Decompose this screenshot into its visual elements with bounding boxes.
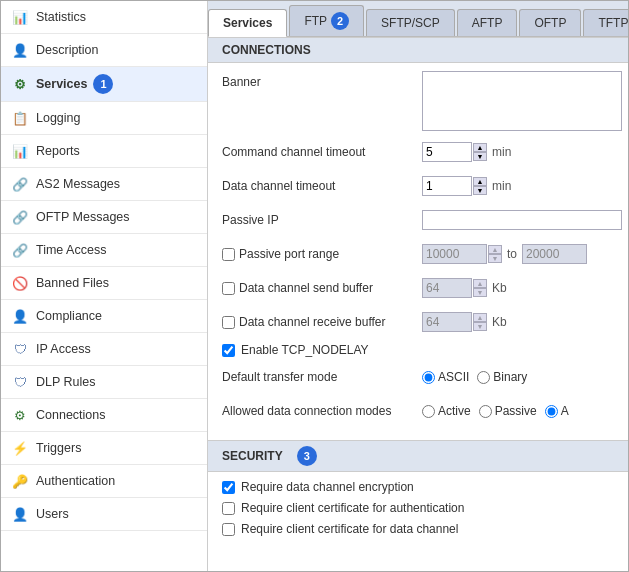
- data-send-buffer-up[interactable]: ▲: [473, 279, 487, 288]
- sidebar-item-users[interactable]: 👤 Users: [1, 498, 207, 531]
- banner-row: Banner: [222, 71, 614, 131]
- ip-access-icon: 🛡: [11, 340, 29, 358]
- transfer-mode-ascii-radio[interactable]: [422, 371, 435, 384]
- data-conn-passive-radio[interactable]: [479, 405, 492, 418]
- passive-ip-label: Passive IP: [222, 213, 422, 227]
- sidebar-services-badge: 1: [93, 74, 113, 94]
- sidebar-item-label: OFTP Messages: [36, 210, 130, 224]
- tab-bar: Services FTP 2 SFTP/SCP AFTP OFTP TFTP: [208, 1, 628, 37]
- tab-oftp[interactable]: OFTP: [519, 9, 581, 36]
- data-recv-buffer-up[interactable]: ▲: [473, 313, 487, 322]
- sidebar-item-oftp-messages[interactable]: 🔗 OFTP Messages: [1, 201, 207, 234]
- main-panel: Services FTP 2 SFTP/SCP AFTP OFTP TFTP: [208, 1, 628, 571]
- sidebar-item-label: Services: [36, 77, 87, 91]
- tab-tftp[interactable]: TFTP: [583, 9, 628, 36]
- logging-icon: 📋: [11, 109, 29, 127]
- sidebar-item-statistics[interactable]: 📊 Statistics: [1, 1, 207, 34]
- req-client-cert-auth-label: Require client certificate for authentic…: [241, 501, 464, 515]
- passive-port-from-up[interactable]: ▲: [488, 245, 502, 254]
- req-client-cert-auth-checkbox[interactable]: [222, 502, 235, 515]
- sidebar-item-as2[interactable]: 🔗 AS2 Messages: [1, 168, 207, 201]
- sidebar-item-banned-files[interactable]: 🚫 Banned Files: [1, 267, 207, 300]
- transfer-mode-label: Default transfer mode: [222, 370, 422, 384]
- sidebar-item-label: Connections: [36, 408, 106, 422]
- statistics-icon: 📊: [11, 8, 29, 26]
- oftp-messages-icon: 🔗: [11, 208, 29, 226]
- sidebar-item-ip-access[interactable]: 🛡 IP Access: [1, 333, 207, 366]
- data-timeout-input[interactable]: [422, 176, 472, 196]
- passive-ip-input[interactable]: [422, 210, 622, 230]
- tab-services[interactable]: Services: [208, 9, 287, 37]
- passive-port-label: Passive port range: [239, 247, 339, 261]
- tab-ftp[interactable]: FTP 2: [289, 5, 364, 36]
- sidebar-item-dlp-rules[interactable]: 🛡 DLP Rules: [1, 366, 207, 399]
- tcp-nodelay-row: Enable TCP_NODELAY: [222, 343, 614, 357]
- data-timeout-spinner: ▲ ▼: [473, 177, 487, 195]
- data-timeout-label: Data channel timeout: [222, 179, 422, 193]
- cmd-timeout-down[interactable]: ▼: [473, 152, 487, 161]
- data-send-buffer-down[interactable]: ▼: [473, 288, 487, 297]
- sidebar-item-label: Logging: [36, 111, 81, 125]
- data-timeout-down[interactable]: ▼: [473, 186, 487, 195]
- passive-port-checkbox[interactable]: [222, 248, 235, 261]
- sidebar-item-authentication[interactable]: 🔑 Authentication: [1, 465, 207, 498]
- tab-aftp[interactable]: AFTP: [457, 9, 518, 36]
- cmd-timeout-up[interactable]: ▲: [473, 143, 487, 152]
- data-send-buffer-checkbox[interactable]: [222, 282, 235, 295]
- sidebar-item-compliance[interactable]: 👤 Compliance: [1, 300, 207, 333]
- tcp-nodelay-checkbox[interactable]: [222, 344, 235, 357]
- data-send-buffer-input[interactable]: [422, 278, 472, 298]
- data-send-buffer-unit: Kb: [492, 281, 507, 295]
- data-timeout-up[interactable]: ▲: [473, 177, 487, 186]
- data-conn-modes-label: Allowed data connection modes: [222, 404, 422, 418]
- data-send-buffer-label: Data channel send buffer: [239, 281, 373, 295]
- connections-section-header: CONNECTIONS: [208, 37, 628, 63]
- data-recv-buffer-checkbox[interactable]: [222, 316, 235, 329]
- cmd-timeout-input[interactable]: [422, 142, 472, 162]
- sidebar-item-services[interactable]: ⚙ Services 1: [1, 67, 207, 102]
- data-timeout-unit: min: [492, 179, 511, 193]
- cmd-timeout-unit: min: [492, 145, 511, 159]
- banned-files-icon: 🚫: [11, 274, 29, 292]
- sidebar-item-label: IP Access: [36, 342, 91, 356]
- transfer-mode-radios: ASCII Binary: [422, 370, 527, 384]
- sidebar-item-description[interactable]: 👤 Description: [1, 34, 207, 67]
- sidebar-item-label: Users: [36, 507, 69, 521]
- data-recv-buffer-input[interactable]: [422, 312, 472, 332]
- data-conn-a-radio[interactable]: [545, 405, 558, 418]
- sidebar-item-label: Statistics: [36, 10, 86, 24]
- passive-port-from-input[interactable]: [422, 244, 487, 264]
- sidebar-item-reports[interactable]: 📊 Reports: [1, 135, 207, 168]
- tab-sftp[interactable]: SFTP/SCP: [366, 9, 455, 36]
- data-conn-active-radio[interactable]: [422, 405, 435, 418]
- reports-icon: 📊: [11, 142, 29, 160]
- data-timeout-row: Data channel timeout ▲ ▼ min: [222, 173, 614, 199]
- req-client-cert-data-row: Require client certificate for data chan…: [222, 522, 614, 536]
- banner-input[interactable]: [422, 71, 622, 131]
- security-form: Require data channel encryption Require …: [208, 472, 628, 551]
- data-recv-buffer-down[interactable]: ▼: [473, 322, 487, 331]
- req-data-encryption-checkbox[interactable]: [222, 481, 235, 494]
- users-icon: 👤: [11, 505, 29, 523]
- sidebar-item-label: Reports: [36, 144, 80, 158]
- req-client-cert-data-checkbox[interactable]: [222, 523, 235, 536]
- dlp-rules-icon: 🛡: [11, 373, 29, 391]
- security-section-badge: 3: [297, 446, 317, 466]
- sidebar-item-logging[interactable]: 📋 Logging: [1, 102, 207, 135]
- triggers-icon: ⚡: [11, 439, 29, 457]
- passive-port-row: Passive port range ▲ ▼ to: [222, 241, 614, 267]
- transfer-mode-binary-radio[interactable]: [477, 371, 490, 384]
- security-section-header: SECURITY 3: [208, 440, 628, 472]
- cmd-timeout-row: Command channel timeout ▲ ▼ min: [222, 139, 614, 165]
- passive-port-from-down[interactable]: ▼: [488, 254, 502, 263]
- authentication-icon: 🔑: [11, 472, 29, 490]
- data-recv-buffer-row: Data channel receive buffer ▲ ▼ Kb: [222, 309, 614, 335]
- sidebar-item-time-access[interactable]: 🔗 Time Access: [1, 234, 207, 267]
- sidebar-item-label: Triggers: [36, 441, 81, 455]
- sidebar-item-label: Compliance: [36, 309, 102, 323]
- sidebar-item-label: AS2 Messages: [36, 177, 120, 191]
- sidebar-item-triggers[interactable]: ⚡ Triggers: [1, 432, 207, 465]
- sidebar-item-connections[interactable]: ⚙ Connections: [1, 399, 207, 432]
- as2-icon: 🔗: [11, 175, 29, 193]
- passive-port-to-input[interactable]: [522, 244, 587, 264]
